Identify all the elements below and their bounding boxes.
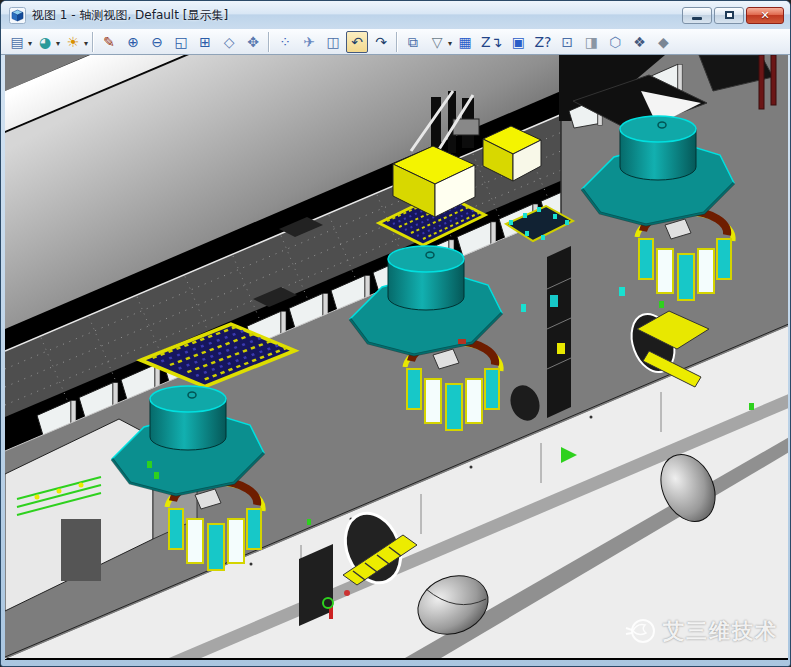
view-display-mode-dropdown-icon[interactable]: ▾ [28, 39, 32, 48]
view-previous-button[interactable]: ↶ [346, 31, 368, 53]
restore-icon [725, 11, 734, 19]
clip-volume-button[interactable]: ▽ [426, 31, 448, 53]
display-style-button[interactable]: ◕ [34, 31, 56, 53]
clip-volume-dropdown-icon[interactable]: ▾ [448, 39, 452, 48]
shaded-cube-button[interactable]: ◆ [652, 31, 674, 53]
minimize-icon [692, 17, 702, 20]
set-display-depth-button[interactable]: Z↴ [478, 31, 505, 53]
view-toolbar: ▤▾◕▾☀▾✎⊕⊖◱⊞◇✥⁘✈◫↶↷⧉▽▾▦Z↴▣Z?⊡◨⬡❖◆ [1, 29, 790, 55]
camera-settings-button[interactable]: ⊡ [556, 31, 578, 53]
zoom-in-button[interactable]: ⊕ [122, 31, 144, 53]
close-button[interactable]: ✕ [746, 7, 784, 24]
pan-view-button[interactable]: ✥ [242, 31, 264, 53]
walk-button[interactable]: ⁘ [274, 31, 296, 53]
close-icon: ✕ [760, 10, 769, 21]
restore-button[interactable] [714, 7, 744, 24]
toolbar-separator [396, 32, 398, 52]
window-title: 视图 1 - 轴测视图, Default [显示集] [32, 7, 228, 24]
render-panels-button[interactable]: ◨ [580, 31, 602, 53]
dark-riser [547, 246, 571, 418]
adjust-view-brightness-button[interactable]: ☀ [62, 31, 84, 53]
toolbar-separator [92, 32, 94, 52]
toolbar-separator [268, 32, 270, 52]
show-display-depth-button[interactable]: Z? [531, 31, 554, 53]
cube-view-button[interactable]: ⬡ [604, 31, 626, 53]
axonometric-scene [5, 55, 788, 660]
minimize-button[interactable] [682, 7, 712, 24]
navigate-view-button[interactable]: ◫ [322, 31, 344, 53]
active-display-set-button[interactable]: ▣ [507, 31, 529, 53]
view-display-mode-button[interactable]: ▤ [6, 31, 28, 53]
titlebar[interactable]: 视图 1 - 轴测视图, Default [显示集] ✕ [1, 1, 790, 29]
view-window: 视图 1 - 轴测视图, Default [显示集] ✕ ▤▾◕▾☀▾✎⊕⊖◱⊞… [0, 0, 791, 667]
window-area-button[interactable]: ◱ [170, 31, 192, 53]
display-set-button[interactable]: ▦ [454, 31, 476, 53]
update-view-button[interactable]: ✎ [98, 31, 120, 53]
view-canvas[interactable]: 艾三维技术 [5, 55, 788, 660]
cube-rotate-button[interactable]: ❖ [628, 31, 650, 53]
fly-button[interactable]: ✈ [298, 31, 320, 53]
view-window-icon [9, 7, 26, 24]
display-style-dropdown-icon[interactable]: ▾ [56, 39, 60, 48]
zoom-out-button[interactable]: ⊖ [146, 31, 168, 53]
copy-view-button[interactable]: ⧉ [402, 31, 424, 53]
adjust-view-brightness-dropdown-icon[interactable]: ▾ [84, 39, 88, 48]
rotate-view-button[interactable]: ◇ [218, 31, 240, 53]
fit-view-button[interactable]: ⊞ [194, 31, 216, 53]
view-next-button[interactable]: ↷ [370, 31, 392, 53]
